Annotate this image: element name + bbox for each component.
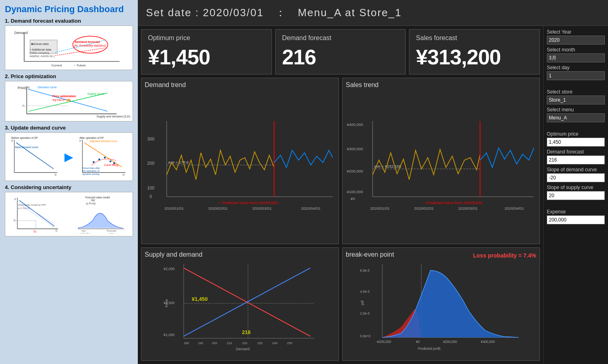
diagram-4: P D Uncertainty model by PDF μ (= D₀), σ…: [5, 192, 133, 236]
svg-text:Price optimization: Price optimization: [52, 95, 76, 98]
slope-supply-group: Slope of supply curve: [547, 185, 605, 200]
svg-text:240: 240: [272, 341, 278, 345]
slope-demand-input[interactable]: [547, 173, 605, 182]
kpi-optimum-price-label: Optimum price: [148, 34, 265, 42]
slope-supply-label: Slope of supply curve: [547, 185, 605, 190]
expense-input[interactable]: [547, 215, 605, 224]
breakeven-title: break-even point: [346, 251, 394, 258]
supply-demand-chart: ¥2,000 ¥1,500 ¥1,000 Price 180 190 200 2…: [145, 260, 335, 356]
svg-text:Forecast: Forecast: [107, 230, 116, 232]
demand-trend-title: Demand trend: [145, 81, 335, 89]
svg-text:weather, events etc.): weather, events etc.): [29, 55, 55, 58]
section-3-title: 3. Update demand curve: [5, 125, 133, 131]
breakeven-card: break-even point Loss probability = 7.4%…: [342, 247, 540, 361]
svg-text:Adjusted demand curve: Adjusted demand curve: [90, 140, 118, 143]
svg-text:0: 0: [150, 194, 152, 199]
diagram-3-before: Before operation of DP P D Base demand c…: [8, 135, 62, 178]
demand-forecast-input-label: Demand forecast: [547, 149, 605, 155]
select-year-dropdown[interactable]: 2020: [547, 36, 605, 45]
svg-text:¥300,000: ¥300,000: [346, 147, 363, 151]
svg-text:Std: Std: [91, 199, 95, 202]
svg-text:¥200,000: ¥200,000: [346, 169, 363, 173]
svg-text:→ Predicted value from 2020/03: → Predicted value from 2020/03/01: [217, 200, 278, 205]
diagram-1: Demand Current → Future ■Actual data + A…: [5, 26, 133, 70]
svg-point-45: [109, 161, 111, 163]
svg-text:Supply curve: Supply curve: [87, 92, 104, 96]
svg-text:Before operation of DP: Before operation of DP: [11, 137, 38, 140]
sales-trend-chart: ¥400,000 ¥300,000 ¥200,000 ¥100,000 ¥0 a…: [346, 90, 536, 240]
svg-text:→ Future: → Future: [73, 64, 86, 67]
supply-demand-title: Supply and demand: [145, 251, 335, 258]
select-day-label: Select day: [547, 65, 605, 70]
right-area: Set date : 2020/03/01 ： Menu_A at Store_…: [138, 0, 608, 364]
header-bar: Set date : 2020/03/01 ： Menu_A at Store_…: [138, 0, 608, 26]
kpi-optimum-price-value: ¥1,450: [148, 45, 265, 69]
svg-text:190: 190: [198, 341, 203, 345]
demand-forecast-input[interactable]: [547, 155, 605, 164]
svg-text:250: 250: [287, 341, 293, 345]
svg-text:P: P: [79, 140, 81, 143]
demand-forecast-diagram: Demand Current → Future ■Actual data + A…: [8, 28, 130, 67]
svg-text:¥1,450: ¥1,450: [192, 296, 208, 302]
svg-text:D₀: D₀: [34, 230, 37, 233]
slope-demand-label: Slope of demand curve: [547, 167, 605, 172]
optimum-price-input[interactable]: [547, 138, 605, 147]
svg-text:¥100,000: ¥100,000: [346, 189, 363, 194]
header-text: Set date : 2020/03/01 ： Menu_A at Store_…: [146, 6, 402, 19]
section-2-title: 2. Price optimization: [5, 73, 133, 79]
svg-text:Forecast sales model: Forecast sales model: [85, 196, 110, 199]
svg-text:-¥200,000: -¥200,000: [376, 340, 392, 344]
svg-text:¥400,000: ¥400,000: [480, 340, 495, 344]
svg-text:Demand curve: Demand curve: [38, 85, 57, 89]
left-panel: Dynamic Pricing Dashboard 1. Demand fore…: [0, 0, 138, 364]
slope-supply-input[interactable]: [547, 191, 605, 200]
supply-demand-card: Supply and demand ¥2,000 ¥1,500 ¥1,000 P…: [141, 247, 339, 361]
section-1-title: 1. Demand forecast evaluation: [5, 18, 133, 24]
select-menu-dropdown[interactable]: Menu_A: [547, 113, 605, 122]
center-area: Optimum price ¥1,450 Demand forecast 216…: [138, 26, 543, 364]
select-month-dropdown[interactable]: 3月: [547, 53, 605, 62]
svg-text:300: 300: [147, 136, 154, 141]
svg-text:Base demand curve: Base demand curve: [15, 146, 39, 149]
svg-text:2020/04/01: 2020/04/01: [505, 206, 524, 211]
select-store-dropdown[interactable]: Store_1: [547, 96, 605, 104]
svg-text:the operation of: the operation of: [82, 170, 99, 172]
demand-trend-card: Demand trend 300 200 100 0 ave = 178.6: [141, 78, 339, 244]
svg-text:¥0: ¥0: [415, 340, 420, 344]
svg-text:Current: Current: [51, 64, 62, 67]
svg-text:2020/02/01: 2020/02/01: [208, 206, 228, 211]
kpi-demand-forecast-value: 216: [282, 45, 399, 69]
select-store-group: Select store Store_1: [547, 89, 605, 104]
kpi-optimum-price: Optimum price ¥1,450: [141, 29, 272, 75]
optimum-price-input-group: Optimum price: [547, 131, 605, 147]
svg-text:¥400,000: ¥400,000: [346, 122, 363, 127]
svg-text:(AI, Probability statistics): (AI, Probability statistics): [74, 44, 106, 48]
arrow-icon: ▶: [64, 135, 73, 178]
diagram-3-before-svg: Before operation of DP P D Base demand c…: [8, 135, 62, 178]
select-store-label: Select store: [547, 89, 605, 95]
select-menu-group: Select menu Menu_A: [547, 107, 605, 122]
svg-text:D: D: [56, 230, 58, 232]
svg-text:2020/02/01: 2020/02/01: [414, 206, 434, 211]
svg-text:Predicted profit: Predicted profit: [418, 347, 441, 351]
svg-text:pdf: pdf: [361, 300, 364, 305]
select-day-dropdown[interactable]: 1: [547, 71, 605, 80]
svg-text:D: D: [123, 173, 125, 176]
diagram-4-left-svg: P D Uncertainty model by PDF μ (= D₀), σ…: [8, 195, 68, 234]
svg-text:■Actual data: ■Actual data: [31, 43, 49, 46]
select-month-label: Select month: [547, 47, 605, 53]
breakeven-chart: 6.0e-3 4.0e-3 2.0e-3 0.0e+0 pdf -¥200,00…: [346, 260, 536, 356]
svg-text:Ave: Ave: [81, 230, 86, 232]
svg-text:Demand: Demand: [15, 31, 28, 35]
svg-text:μ (= D₀), σ: μ (= D₀), σ: [18, 207, 30, 209]
svg-text:Supply and demand (S,D): Supply and demand (S,D): [96, 115, 130, 119]
kpi-demand-forecast: Demand forecast 216: [275, 29, 406, 75]
svg-text:arg max (P × D): arg max (P × D): [52, 98, 71, 102]
svg-text:P₀: P₀: [22, 104, 26, 108]
kpi-sales-forecast-value: ¥313,200: [416, 45, 533, 69]
svg-text:P: P: [11, 140, 13, 143]
diagram-3-after-svg: After operation of DP P D Adjusted deman…: [76, 135, 130, 178]
app-title: Dynamic Pricing Dashboard: [5, 4, 133, 15]
svg-text:2.0e-3: 2.0e-3: [360, 312, 370, 315]
svg-text:Price(P): Price(P): [17, 86, 30, 90]
